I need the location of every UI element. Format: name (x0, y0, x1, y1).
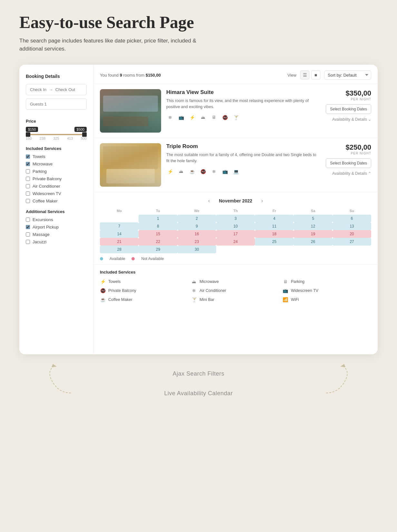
cal-cell-12[interactable]: 12 (294, 222, 332, 230)
cal-cell-8[interactable]: 8 (139, 222, 177, 230)
cal-header-mo: Mo (100, 208, 139, 215)
cal-cell-13[interactable]: 13 (333, 222, 371, 230)
cal-cell-6[interactable]: 6 (333, 215, 371, 222)
select-dates-btn-1[interactable]: Select Booking Dates (326, 104, 371, 114)
service-excursions[interactable]: Excursions (26, 217, 87, 222)
service-coffee-maker[interactable]: Coffee Maker (26, 199, 87, 203)
cal-cell-1[interactable]: 1 (139, 215, 177, 222)
cal-cell-7[interactable]: 7 (100, 222, 139, 230)
cal-cell-14[interactable]: 14 (100, 230, 139, 238)
cal-cell-27[interactable]: 27 (333, 238, 371, 246)
service-parking[interactable]: Parking (26, 169, 87, 174)
service-name-microwave: Microwave (199, 279, 219, 284)
svg-marker-0 (52, 364, 57, 367)
results-price: $150,00 (146, 73, 161, 78)
sidebar-title: Booking Details (26, 74, 87, 79)
included-services-main: Included Services ⚡ Towels ⛰ Microwave 🖥… (93, 265, 378, 309)
main-service-air-conditioner: ❄ Air Conditioner (191, 288, 280, 293)
grid-view-btn[interactable]: ■ (311, 70, 320, 79)
cal-cell-11[interactable]: 11 (255, 222, 294, 230)
laptop-icon: 💻 (232, 168, 240, 175)
cal-cell-21[interactable]: 21 (100, 238, 139, 246)
service-name-parking: Parking (291, 279, 305, 284)
room-card-2: Triple Room The most suitable room for a… (93, 138, 378, 192)
range-bar[interactable] (26, 134, 87, 135)
service-name-wifi: WiFi (291, 297, 299, 302)
cal-cell-10[interactable]: 10 (216, 222, 255, 230)
cal-cell-19[interactable]: 19 (294, 230, 332, 238)
cal-cell-23[interactable]: 23 (178, 238, 216, 246)
cal-cell-30[interactable]: 30 (178, 246, 216, 253)
plug2-icon: ⚡ (166, 168, 174, 175)
cal-header-th: Th (216, 208, 255, 215)
select-dates-btn-2[interactable]: Select Booking Dates (326, 158, 371, 168)
cal-cell-16[interactable]: 16 (178, 230, 216, 238)
cal-cell-2[interactable]: 2 (178, 215, 216, 222)
cal-cell-28[interactable]: 28 (100, 246, 139, 253)
date-input[interactable] (26, 84, 87, 95)
legend-available-label: Available (110, 257, 125, 261)
legend-unavailable-label: Not Available (141, 257, 164, 261)
cal-cell-3[interactable]: 3 (216, 215, 255, 222)
room-pricing-1: $350,00 PER NIGHT Select Booking Dates A… (323, 89, 371, 133)
room-name-2: Triple Room (166, 143, 318, 150)
main-service-coffee-maker: ☕ Coffee Maker (100, 297, 189, 302)
guests-input[interactable] (26, 98, 87, 110)
room-price-1: $350,00 (345, 89, 371, 98)
list-view-btn[interactable]: ☰ (300, 70, 309, 79)
cal-header-sa: Sa (294, 208, 332, 215)
price-label-1: 238 (40, 136, 45, 140)
cal-week-5: 28 29 30 (100, 246, 371, 253)
price-labels: 150 238 325 413 500 (26, 136, 87, 140)
per-night-1: PER NIGHT (351, 98, 371, 101)
cal-header-su: Su (333, 208, 371, 215)
service-widescreen-tv[interactable]: Widescreen TV (26, 191, 87, 196)
room-image-1 (100, 89, 161, 133)
service-airport-pickup[interactable]: Airport Pickup (26, 225, 87, 229)
calendar-grid: Mo Tu We Th Fr Sa Su 1 2 3 (100, 208, 371, 253)
ac-icon: ❄ (191, 288, 197, 293)
tv2-icon: 📺 (221, 168, 229, 175)
sort-select[interactable]: Sort by: Default Price: Low to High Pric… (324, 70, 371, 80)
room-icons-2: ⚡ ⛰ ☕ 🚭 ❄ 📺 💻 (166, 168, 318, 175)
cal-cell-18[interactable]: 18 (255, 230, 294, 238)
legend-available-dot (100, 257, 103, 260)
cal-cell-4[interactable]: 4 (255, 215, 294, 222)
cal-cell-9[interactable]: 9 (178, 222, 216, 230)
main-card: Booking Details Price $150 $500 150 238 … (19, 65, 378, 354)
range-thumb-left[interactable] (26, 132, 30, 137)
service-massage[interactable]: Massage (26, 232, 87, 237)
cal-cell-20[interactable]: 20 (333, 230, 371, 238)
cal-prev-btn[interactable]: ‹ (206, 197, 212, 204)
service-towels[interactable]: Towels (26, 154, 87, 159)
room-desc-2: The most suitable room for a family of 4… (166, 152, 318, 164)
page-heading: Easy-to-use Search Page (19, 13, 378, 32)
included-services-label: Included Services (26, 146, 87, 151)
cal-cell-15[interactable]: 15 (139, 230, 177, 238)
availability-link-2[interactable]: Availability & Details ⌃ (332, 171, 371, 176)
service-microwave[interactable]: Microwave (26, 162, 87, 166)
cal-cell-29[interactable]: 29 (139, 246, 177, 253)
service-private-balcony[interactable]: Private Balcony (26, 176, 87, 181)
availability-link-1[interactable]: Availability & Details ⌄ (332, 117, 371, 122)
sidebar: Booking Details Price $150 $500 150 238 … (19, 65, 93, 354)
cal-cell-26[interactable]: 26 (294, 238, 332, 246)
microwave-icon: ⛰ (191, 279, 197, 284)
cal-cell-17[interactable]: 17 (216, 230, 255, 238)
range-thumb-right[interactable] (82, 132, 87, 137)
service-name-balcony: Private Balcony (108, 288, 136, 293)
cal-cell-5[interactable]: 5 (294, 215, 332, 222)
service-jacuzzi[interactable]: Jacuzzi (26, 239, 87, 244)
service-air-conditioner[interactable]: Air Conditioner (26, 184, 87, 189)
mountain2-icon: ⛰ (177, 168, 185, 175)
cal-next-btn[interactable]: › (259, 197, 266, 204)
range-fill (26, 134, 87, 135)
cocktail-icon: 🍸 (232, 114, 240, 121)
cal-cell-25[interactable]: 25 (255, 238, 294, 246)
cal-cell-22[interactable]: 22 (139, 238, 177, 246)
cal-week-4: 21 22 23 24 25 26 27 (100, 238, 371, 246)
cal-week-2: 7 8 9 10 11 12 13 (100, 222, 371, 230)
included-services-list: Towels Microwave Parking Private Balcony… (26, 154, 87, 203)
room-icons-1: ❄ 📺 ⚡ ⛰ 🖥 🚭 🍸 (166, 114, 318, 121)
cal-cell-24[interactable]: 24 (216, 238, 255, 246)
